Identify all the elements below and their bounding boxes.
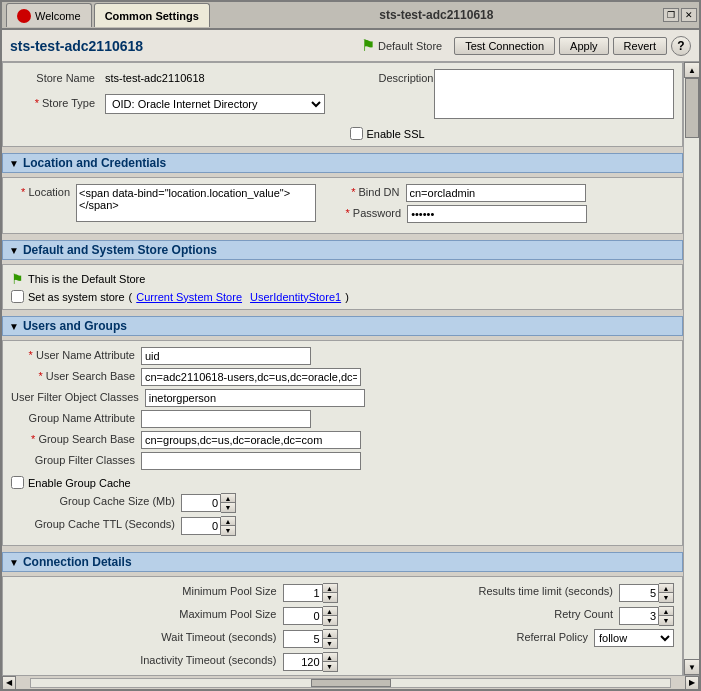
page-header: sts-test-adc2110618 ⚑ Default Store Test…	[2, 30, 699, 62]
user-filter-input[interactable]	[145, 389, 365, 407]
group-cache-ttl-up[interactable]: ▲	[221, 517, 235, 526]
h-scroll-thumb[interactable]	[311, 679, 391, 687]
store-type-select[interactable]: OID: Oracle Internet Directory	[105, 94, 325, 114]
retry-count-up[interactable]: ▲	[659, 607, 673, 616]
bind-dn-row: Bind DN	[346, 184, 675, 202]
restore-button[interactable]: ❐	[663, 8, 679, 22]
wait-timeout-down[interactable]: ▼	[323, 639, 337, 648]
connection-section-header[interactable]: ▼ Connection Details	[2, 552, 683, 572]
results-time-limit-input[interactable]	[619, 584, 659, 602]
scroll-track	[684, 78, 699, 659]
description-input[interactable]	[434, 69, 674, 119]
inactivity-timeout-input[interactable]	[283, 653, 323, 671]
enable-group-cache-checkbox[interactable]	[11, 476, 24, 489]
max-pool-up[interactable]: ▲	[323, 607, 337, 616]
user-filter-row: User Filter Object Classes	[11, 389, 674, 407]
group-filter-label: Group Filter Classes	[11, 452, 141, 466]
location-row: Location <span data-bind="location.locat…	[11, 184, 340, 222]
min-pool-up[interactable]: ▲	[323, 584, 337, 593]
group-search-base-input[interactable]	[141, 431, 361, 449]
group-cache-size-down[interactable]: ▼	[221, 503, 235, 512]
collapse-icon: ▼	[9, 158, 19, 169]
window-title: sts-test-adc2110618	[212, 8, 661, 22]
desc-label: Description	[350, 69, 440, 84]
user-name-attr-input[interactable]	[141, 347, 311, 365]
wait-timeout-input[interactable]	[283, 630, 323, 648]
results-time-limit-down[interactable]: ▼	[659, 593, 673, 602]
group-cache-ttl-down[interactable]: ▼	[221, 526, 235, 535]
tab-common-settings[interactable]: Common Settings	[94, 3, 210, 27]
set-as-system-checkbox[interactable]	[11, 290, 24, 303]
user-search-base-label: User Search Base	[11, 368, 141, 382]
current-system-store-link[interactable]: Current System Store	[136, 291, 242, 303]
connection-section: Minimum Pool Size ▲ ▼ Maximum	[2, 576, 683, 675]
max-pool-label: Maximum Pool Size	[143, 606, 283, 620]
scroll-up-btn[interactable]: ▲	[684, 62, 699, 78]
group-filter-input[interactable]	[141, 452, 361, 470]
group-cache-size-input[interactable]	[181, 494, 221, 512]
conn-left-col: Minimum Pool Size ▲ ▼ Maximum	[11, 583, 338, 675]
scroll-down-btn[interactable]: ▼	[684, 659, 699, 675]
group-cache-size-up[interactable]: ▲	[221, 494, 235, 503]
help-button[interactable]: ?	[671, 36, 691, 56]
scroll-right-btn[interactable]: ▶	[685, 676, 699, 690]
location-section-title: Location and Credentials	[23, 156, 166, 170]
enable-group-cache-row: Enable Group Cache	[11, 476, 674, 489]
user-search-base-row: User Search Base	[11, 368, 674, 386]
user-search-base-input[interactable]	[141, 368, 361, 386]
h-scroll-track	[30, 678, 671, 688]
flag-icon: ⚑	[361, 36, 375, 55]
test-connection-button[interactable]: Test Connection	[454, 37, 555, 55]
results-time-limit-up[interactable]: ▲	[659, 584, 673, 593]
users-groups-section: User Name Attribute User Search Base Use…	[2, 340, 683, 546]
users-groups-section-header[interactable]: ▼ Users and Groups	[2, 316, 683, 336]
page-title: sts-test-adc2110618	[10, 38, 143, 54]
max-pool-spinner-btns: ▲ ▼	[323, 606, 338, 626]
tab-welcome[interactable]: Welcome	[6, 3, 92, 27]
credentials-col: Bind DN Password	[346, 184, 675, 227]
results-time-limit-label: Results time limit (seconds)	[479, 583, 619, 597]
wait-timeout-up[interactable]: ▲	[323, 630, 337, 639]
enable-ssl-checkbox[interactable]	[350, 127, 363, 140]
inactivity-timeout-spinner-btns: ▲ ▼	[323, 652, 338, 672]
retry-count-input[interactable]	[619, 607, 659, 625]
referral-policy-select[interactable]: follow ignore throw	[594, 629, 674, 647]
close-button[interactable]: ✕	[681, 8, 697, 22]
revert-button[interactable]: Revert	[613, 37, 667, 55]
group-name-attr-input[interactable]	[141, 410, 311, 428]
min-pool-row: Minimum Pool Size ▲ ▼	[11, 583, 338, 603]
password-input[interactable]	[407, 205, 587, 223]
apply-button[interactable]: Apply	[559, 37, 609, 55]
default-store-section-header[interactable]: ▼ Default and System Store Options	[2, 240, 683, 260]
min-pool-input[interactable]	[283, 584, 323, 602]
collapse-icon-2: ▼	[9, 245, 19, 256]
default-store-section-title: Default and System Store Options	[23, 243, 217, 257]
horizontal-scrollbar: ◀ ▶	[2, 675, 699, 689]
collapse-icon-4: ▼	[9, 557, 19, 568]
max-pool-down[interactable]: ▼	[323, 616, 337, 625]
retry-count-spinner: ▲ ▼	[619, 606, 674, 626]
group-cache-ttl-input[interactable]	[181, 517, 221, 535]
location-section-header[interactable]: ▼ Location and Credentials	[2, 153, 683, 173]
scroll-thumb[interactable]	[685, 78, 699, 138]
scroll-left-btn[interactable]: ◀	[2, 676, 16, 690]
store-name-label: Store Name	[11, 69, 101, 84]
store-type-label: Store Type	[11, 94, 101, 109]
inactivity-timeout-down[interactable]: ▼	[323, 662, 337, 671]
wait-timeout-spinner-btns: ▲ ▼	[323, 629, 338, 649]
tab-welcome-label: Welcome	[35, 10, 81, 22]
user-name-attr-label: User Name Attribute	[11, 347, 141, 361]
inactivity-timeout-row: Inactivity Timeout (seconds) ▲ ▼	[11, 652, 338, 672]
inactivity-timeout-up[interactable]: ▲	[323, 653, 337, 662]
retry-count-down[interactable]: ▼	[659, 616, 673, 625]
max-pool-input[interactable]	[283, 607, 323, 625]
min-pool-down[interactable]: ▼	[323, 593, 337, 602]
user-identity-store-link[interactable]: UserIdentityStore1	[250, 291, 341, 303]
max-pool-row: Maximum Pool Size ▲ ▼	[11, 606, 338, 626]
set-as-system-label: Set as system store	[28, 291, 125, 303]
location-input[interactable]: <span data-bind="location.location_value…	[76, 184, 316, 222]
bind-dn-input[interactable]	[406, 184, 586, 202]
store-name-value: sts-test-adc2110618	[105, 69, 346, 84]
location-col: Location <span data-bind="location.locat…	[11, 184, 340, 227]
users-groups-section-title: Users and Groups	[23, 319, 127, 333]
